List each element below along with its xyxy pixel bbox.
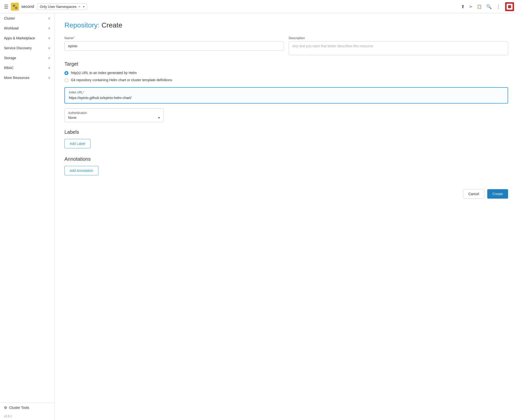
header-actions: ⬆ ≻ 📋 🔍 ⋮: [461, 2, 514, 11]
annotations-section-title: Annotations: [64, 156, 508, 162]
index-url-label: Index URL*: [69, 91, 504, 94]
file-icon[interactable]: 📋: [477, 4, 482, 9]
page-title: Repository: Create: [64, 21, 508, 29]
cancel-button[interactable]: Cancel: [463, 189, 484, 199]
version-label: v2.6.1: [0, 413, 54, 420]
app-name: second: [21, 4, 34, 9]
sidebar-item-service-discovery[interactable]: Service Discovery ∨: [0, 43, 54, 53]
hamburger-icon[interactable]: ☰: [4, 4, 8, 10]
sidebar: Cluster ∨ Workload ∨ Apps & Marketplace …: [0, 13, 55, 420]
sidebar-item-service-discovery-chevron-icon: ∨: [48, 46, 50, 50]
auth-label: Authentication: [68, 111, 160, 115]
auth-select-row: None ▾: [68, 116, 160, 120]
sidebar-item-apps-marketplace-label: Apps & Marketplace: [4, 36, 35, 40]
namespace-filter-label: Only User Namespaces: [40, 5, 77, 9]
sidebar-item-more-resources-chevron-icon: ∨: [48, 76, 50, 79]
description-field: Description Any text you want that bette…: [289, 36, 508, 55]
cluster-tools-label: Cluster Tools: [9, 406, 29, 410]
main-layout: Cluster ∨ Workload ∨ Apps & Marketplace …: [0, 13, 518, 420]
auth-chevron-icon: ▾: [158, 116, 160, 120]
labels-section-title: Labels: [64, 129, 508, 135]
radio-git-option[interactable]: Git repository containing Helm chart or …: [64, 78, 508, 82]
search-icon[interactable]: 🔍: [486, 4, 492, 9]
more-icon[interactable]: ⋮: [496, 4, 501, 9]
sidebar-item-rbac-label: RBAC: [4, 66, 14, 70]
namespace-filter[interactable]: Only User Namespaces × ▾: [37, 3, 87, 10]
index-url-box: Index URL*: [64, 87, 508, 104]
sidebar-item-service-discovery-label: Service Discovery: [4, 46, 32, 50]
sidebar-item-workload-label: Workload: [4, 26, 19, 30]
gear-icon: ⚙: [4, 406, 7, 410]
sidebar-item-workload-chevron-icon: ∨: [48, 26, 50, 30]
radio-git-circle[interactable]: [64, 78, 68, 82]
name-field: Name*: [64, 36, 284, 55]
sidebar-spacer: [0, 83, 54, 402]
upload-icon[interactable]: ⬆: [461, 4, 465, 9]
sidebar-item-more-resources[interactable]: More Resources ∨: [0, 73, 54, 83]
add-annotation-button[interactable]: Add Annotation: [64, 166, 98, 175]
content-area: Repository: Create Name* Description Any…: [55, 13, 518, 420]
name-input[interactable]: [64, 41, 284, 51]
description-placeholder: Any text you want that better describes …: [292, 44, 373, 48]
auth-select-value: None: [68, 116, 76, 120]
target-section-title: Target: [64, 61, 508, 67]
index-url-input[interactable]: [69, 96, 504, 100]
description-input[interactable]: Any text you want that better describes …: [289, 41, 508, 55]
radio-git-label: Git repository containing Helm chart or …: [71, 78, 172, 82]
sidebar-item-workload[interactable]: Workload ∨: [0, 23, 54, 33]
sidebar-item-apps-marketplace[interactable]: Apps & Marketplace ∨: [0, 33, 54, 43]
add-label-button[interactable]: Add Label: [64, 139, 90, 148]
annotations-section: Annotations Add Annotation: [64, 156, 508, 175]
auth-select[interactable]: Authentication None ▾: [64, 108, 164, 122]
header: ☰ 🐾 second Only User Namespaces × ▾ ⬆ ≻ …: [0, 0, 518, 13]
sidebar-item-cluster-label: Cluster: [4, 16, 15, 20]
name-description-row: Name* Description Any text you want that…: [64, 36, 508, 55]
sidebar-item-cluster[interactable]: Cluster ∨: [0, 13, 54, 23]
app-logo: 🐾: [11, 3, 19, 11]
rancher-logo: [505, 2, 514, 11]
cluster-tools-button[interactable]: ⚙ Cluster Tools: [4, 406, 50, 410]
sidebar-item-more-resources-label: More Resources: [4, 76, 29, 80]
create-button[interactable]: Create: [487, 189, 508, 199]
name-label: Name*: [64, 36, 284, 40]
namespace-filter-chevron-icon[interactable]: ▾: [83, 5, 85, 8]
sidebar-item-rbac-chevron-icon: ∨: [48, 66, 50, 70]
sidebar-item-rbac[interactable]: RBAC ∨: [0, 63, 54, 73]
svg-rect-2: [508, 5, 511, 8]
namespace-filter-close[interactable]: ×: [78, 5, 80, 8]
labels-section: Labels Add Label: [64, 129, 508, 148]
sidebar-bottom: ⚙ Cluster Tools: [0, 402, 54, 413]
radio-http-option[interactable]: http(s) URL to an index generated by Hel…: [64, 71, 508, 75]
description-label: Description: [289, 36, 508, 40]
target-radio-group: http(s) URL to an index generated by Hel…: [64, 71, 508, 82]
sidebar-item-storage[interactable]: Storage ∨: [0, 53, 54, 63]
page-title-prefix: Repository:: [64, 21, 100, 29]
radio-http-circle[interactable]: [64, 71, 68, 75]
radio-http-label: http(s) URL to an index generated by Hel…: [71, 71, 137, 75]
sidebar-item-cluster-chevron-icon: ∨: [48, 17, 50, 20]
sidebar-item-storage-label: Storage: [4, 56, 16, 60]
sidebar-item-storage-chevron-icon: ∨: [48, 56, 50, 60]
header-left: ☰ 🐾 second: [4, 3, 34, 11]
terminal-icon[interactable]: ≻: [469, 4, 472, 9]
page-title-action: Create: [101, 21, 122, 29]
sidebar-item-apps-marketplace-chevron-icon: ∨: [48, 36, 50, 40]
form-actions: Cancel Create: [64, 185, 508, 199]
